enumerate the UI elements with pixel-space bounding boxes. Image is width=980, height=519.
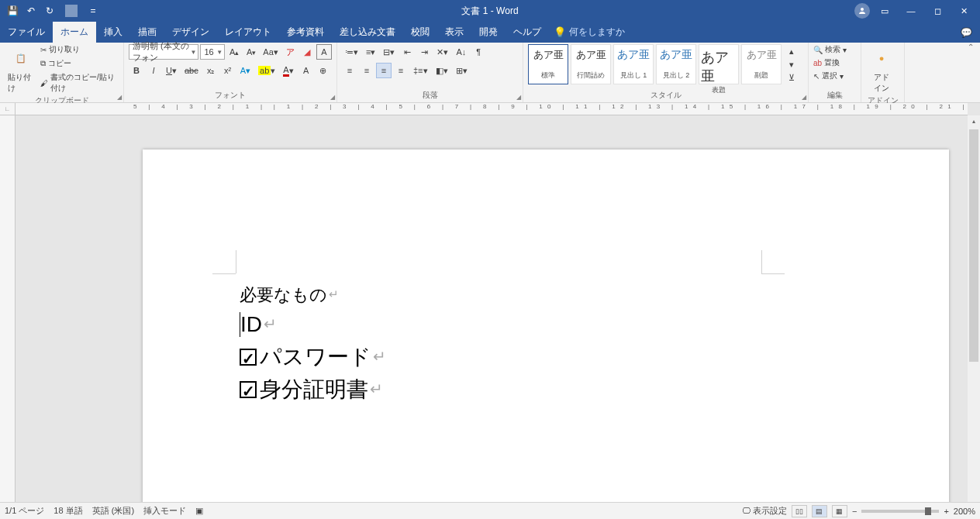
- addins-button[interactable]: ● アド イン: [866, 44, 897, 95]
- font-name-combo[interactable]: 游明朝 (本文のフォン▼: [129, 44, 198, 60]
- copy-button[interactable]: ⧉コピー: [40, 58, 119, 69]
- undo-icon[interactable]: ↶: [25, 5, 37, 17]
- find-button[interactable]: 🔍検索▾: [813, 44, 847, 55]
- ruler-corner[interactable]: ∟: [0, 103, 16, 115]
- shrink-font-button[interactable]: A▾: [243, 44, 259, 60]
- style-heading-1[interactable]: あア亜見出し 1: [613, 44, 654, 84]
- clipboard-launcher-icon[interactable]: ◢: [117, 94, 122, 101]
- print-layout-button[interactable]: ▤: [812, 505, 827, 517]
- bullets-button[interactable]: ≔▾: [342, 44, 361, 60]
- enclose-characters-button[interactable]: A: [316, 44, 332, 60]
- web-layout-button[interactable]: ▦: [832, 505, 847, 517]
- asian-layout-button[interactable]: ✕▾: [433, 44, 451, 60]
- vertical-ruler[interactable]: [0, 115, 16, 517]
- font-color-button[interactable]: A▾: [280, 63, 296, 78]
- character-shading-button[interactable]: A: [298, 63, 314, 78]
- sort-button[interactable]: A↓: [453, 44, 469, 60]
- paragraph-launcher-icon[interactable]: ◢: [516, 94, 521, 101]
- status-language[interactable]: 英語 (米国): [92, 505, 134, 517]
- close-button[interactable]: ✕: [952, 0, 975, 22]
- clear-formatting-button[interactable]: ◢: [299, 44, 315, 60]
- text-effects-button[interactable]: A▾: [237, 63, 254, 78]
- tab-mailings[interactable]: 差し込み文書: [332, 22, 403, 43]
- cut-button[interactable]: ✂切り取り: [40, 44, 119, 55]
- tab-home[interactable]: ホーム: [53, 22, 96, 43]
- account-icon[interactable]: [854, 3, 870, 19]
- format-painter-button[interactable]: 🖌書式のコピー/貼り付け: [40, 72, 119, 94]
- select-button[interactable]: ↖選択▾: [813, 70, 847, 81]
- paste-button[interactable]: 📋 貼り付け: [5, 44, 38, 95]
- maximize-button[interactable]: ◻: [926, 0, 949, 22]
- decrease-indent-button[interactable]: ⇤: [399, 44, 415, 60]
- tab-file[interactable]: ファイル: [0, 22, 53, 43]
- scrollbar-thumb[interactable]: [969, 129, 978, 362]
- show-marks-button[interactable]: ¶: [471, 44, 486, 60]
- zoom-out-button[interactable]: −: [852, 507, 857, 516]
- character-border-button[interactable]: ⊕: [316, 63, 331, 78]
- align-center-button[interactable]: ≡: [359, 63, 374, 78]
- align-distribute-button[interactable]: ≡: [393, 63, 409, 78]
- numbering-button[interactable]: ≡▾: [363, 44, 378, 60]
- style-normal[interactable]: あア亜標準: [528, 44, 568, 84]
- subscript-button[interactable]: x₂: [203, 63, 219, 78]
- replace-button[interactable]: ab置換: [813, 57, 847, 68]
- vertical-scrollbar[interactable]: ▴ ▾: [968, 115, 980, 517]
- styles-expand-icon[interactable]: ⊻: [784, 71, 799, 84]
- status-page[interactable]: 1/1 ページ: [5, 505, 44, 517]
- tab-layout[interactable]: レイアウト: [217, 22, 279, 43]
- zoom-slider-thumb[interactable]: [925, 507, 931, 515]
- display-settings-button[interactable]: 🖵 表示設定: [742, 505, 787, 517]
- ribbon-display-icon[interactable]: ▭: [873, 0, 896, 22]
- increase-indent-button[interactable]: ⇥: [416, 44, 432, 60]
- change-case-button[interactable]: Aa▾: [261, 44, 281, 60]
- read-mode-button[interactable]: ▯▯: [792, 505, 807, 517]
- superscript-button[interactable]: x²: [220, 63, 236, 78]
- minimize-button[interactable]: —: [899, 0, 923, 22]
- macro-recording-icon[interactable]: ▣: [195, 506, 203, 516]
- highlight-button[interactable]: ab▾: [255, 63, 278, 78]
- redo-icon[interactable]: ↻: [43, 5, 56, 17]
- style-title[interactable]: あア亜表題: [699, 44, 739, 84]
- phonetic-guide-button[interactable]: ア: [282, 44, 298, 60]
- scroll-up-icon[interactable]: ▴: [968, 115, 980, 128]
- font-size-combo[interactable]: 16▼: [200, 44, 225, 60]
- grow-font-button[interactable]: A▴: [226, 44, 242, 60]
- multilevel-list-button[interactable]: ⊟▾: [380, 44, 398, 60]
- strikethrough-button[interactable]: abc: [181, 63, 202, 78]
- document-content[interactable]: 必要なもの↵ ID↵ パスワード↵ 身分証明書↵: [240, 281, 386, 406]
- styles-scroll-up-icon[interactable]: ▴: [784, 45, 799, 58]
- styles-launcher-icon[interactable]: ◢: [802, 94, 806, 101]
- tab-review[interactable]: 校閲: [403, 22, 437, 43]
- horizontal-ruler[interactable]: 5 | 4 | 3 | 2 | 1 | | 1 | 2 | 3 | 4 | 5 …: [16, 103, 968, 115]
- italic-button[interactable]: I: [146, 63, 161, 78]
- style-subtitle[interactable]: あア亜副題: [741, 44, 782, 84]
- qat-customize-icon[interactable]: =: [87, 5, 99, 17]
- tab-design[interactable]: デザイン: [164, 22, 217, 43]
- status-insert-mode[interactable]: 挿入モード: [143, 505, 186, 517]
- tab-developer[interactable]: 開発: [471, 22, 506, 43]
- font-launcher-icon[interactable]: ◢: [330, 94, 335, 101]
- zoom-slider[interactable]: [861, 510, 939, 513]
- underline-button[interactable]: U▾: [163, 63, 180, 78]
- tab-help[interactable]: ヘルプ: [506, 22, 549, 43]
- style-no-spacing[interactable]: あア亜行間詰め: [571, 44, 611, 84]
- borders-button[interactable]: ⊞▾: [453, 63, 471, 78]
- tab-references[interactable]: 参考資料: [279, 22, 332, 43]
- bold-button[interactable]: B: [129, 63, 144, 78]
- shading-button[interactable]: ◧▾: [433, 63, 451, 78]
- page[interactable]: 必要なもの↵ ID↵ パスワード↵ 身分証明書↵: [143, 150, 949, 517]
- zoom-level[interactable]: 200%: [954, 507, 975, 516]
- tab-draw[interactable]: 描画: [130, 22, 164, 43]
- tab-view[interactable]: 表示: [437, 22, 471, 43]
- document-scroll[interactable]: 必要なもの↵ ID↵ パスワード↵ 身分証明書↵: [16, 115, 968, 517]
- align-justify-button[interactable]: ≡: [376, 63, 392, 78]
- collapse-ribbon-icon[interactable]: ⌃: [961, 43, 980, 102]
- styles-scroll-down-icon[interactable]: ▾: [784, 58, 799, 71]
- zoom-in-button[interactable]: +: [944, 507, 948, 516]
- style-heading-2[interactable]: あア亜見出し 2: [656, 44, 696, 84]
- align-left-button[interactable]: ≡: [342, 63, 357, 78]
- share-button[interactable]: 💬: [953, 22, 980, 43]
- tab-insert[interactable]: 挿入: [96, 22, 130, 43]
- status-words[interactable]: 18 単語: [53, 505, 82, 517]
- line-spacing-button[interactable]: ‡≡▾: [410, 63, 431, 78]
